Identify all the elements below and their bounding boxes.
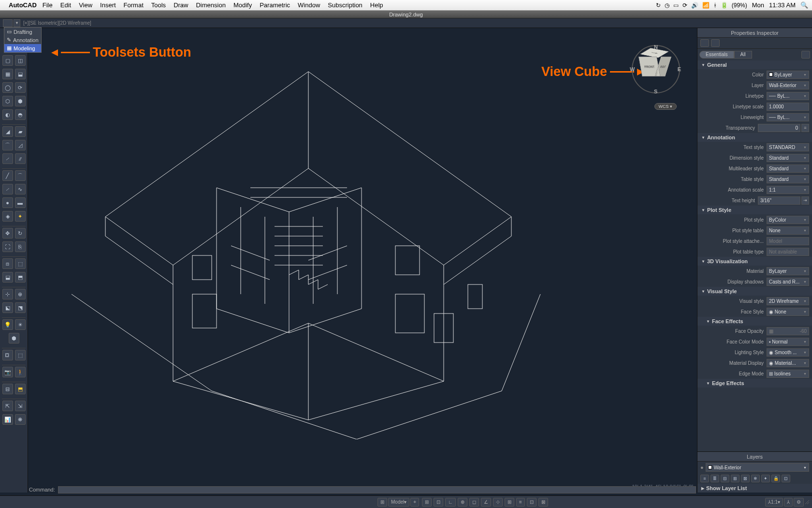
- section-face-effects[interactable]: ▼Face Effects: [697, 317, 812, 326]
- menu-window[interactable]: Window: [298, 1, 320, 9]
- spotlight-icon[interactable]: 🔍: [800, 1, 808, 9]
- lwt-icon[interactable]: ≡: [516, 498, 525, 507]
- value-material[interactable]: ByLayer▼: [767, 267, 809, 275]
- toolset-item-drafting[interactable]: ▭Drafting: [4, 28, 41, 36]
- view-cube[interactable]: N S E W TOP FRONT RIGHT: [629, 43, 682, 96]
- ucs-face-tool-icon[interactable]: ⬕: [2, 302, 13, 313]
- value-layer[interactable]: Wall-Exterior▼: [767, 81, 809, 90]
- viewproj-tool-icon[interactable]: ⬒: [15, 384, 26, 394]
- box-tool-icon[interactable]: ▢: [2, 55, 13, 66]
- value-plot-style[interactable]: ByColor▼: [767, 216, 809, 224]
- walk-tool-icon[interactable]: 🚶: [15, 367, 26, 377]
- value-visual-style[interactable]: 2D Wireframe▼: [767, 297, 809, 305]
- ducs-icon[interactable]: ⊹: [493, 498, 503, 507]
- subtract-tool-icon[interactable]: ⬢: [15, 96, 26, 106]
- menu-tools[interactable]: Tools: [151, 1, 166, 9]
- polar-icon[interactable]: ⊕: [458, 498, 467, 507]
- refresh-icon[interactable]: ⟳: [682, 2, 687, 9]
- drawing-canvas[interactable]: Toolsets Button View Cube N S E W TOP FR…: [28, 28, 697, 493]
- layer-tool-9-icon[interactable]: ⊡: [782, 475, 790, 482]
- menu-format[interactable]: Format: [124, 1, 144, 9]
- section-plane-tool-icon[interactable]: ⬚: [15, 258, 26, 269]
- menu-parametric[interactable]: Parametric: [260, 1, 290, 9]
- sweep-tool-icon[interactable]: ⟳: [15, 82, 26, 93]
- bluetooth-icon[interactable]: ᚼ: [713, 2, 717, 9]
- ortho-icon[interactable]: ∟: [445, 498, 456, 507]
- osnap-icon[interactable]: ◻: [469, 498, 479, 507]
- ucs-world-tool-icon[interactable]: ⊕: [15, 289, 26, 299]
- section-general[interactable]: ▼General: [697, 60, 812, 69]
- render-crop-tool-icon[interactable]: ⬚: [15, 350, 26, 360]
- presspull-tool-icon[interactable]: ⬓: [15, 69, 26, 79]
- toolset-item-modeling[interactable]: ▦Modeling: [4, 44, 41, 52]
- value-text-height[interactable]: 3/16": [758, 196, 800, 205]
- revolve-tool-icon[interactable]: ◐: [2, 109, 13, 120]
- value-lineweight[interactable]: ── ByL...▼: [767, 113, 809, 121]
- flatshot-tool-icon[interactable]: ⬓: [2, 272, 13, 283]
- viewbase-tool-icon[interactable]: ⊟: [2, 384, 13, 394]
- value-face-color-mode[interactable]: ▪ Normal▼: [767, 338, 809, 346]
- layer-visibility-icon[interactable]: ●: [700, 464, 704, 470]
- ucs-tool-icon[interactable]: ⊹: [2, 289, 13, 299]
- section-tool-icon[interactable]: ⧈: [2, 258, 13, 269]
- command-input[interactable]: [58, 486, 696, 493]
- mesh-tool-icon[interactable]: ✦: [15, 211, 26, 222]
- extrude-tool-icon[interactable]: ◫: [15, 55, 26, 66]
- section-visual-style[interactable]: ▼Visual Style: [697, 287, 812, 296]
- camera-tool-icon[interactable]: 📷: [2, 367, 13, 377]
- transparency-layers-icon[interactable]: ≡: [801, 124, 809, 132]
- layer-tool-2-icon[interactable]: ≣: [710, 475, 719, 482]
- slice-tool-icon[interactable]: ◢: [2, 126, 13, 137]
- value-display-shadows[interactable]: Casts and R...▼: [767, 278, 809, 286]
- polyline-tool-icon[interactable]: ⟋: [2, 184, 13, 194]
- menu-file[interactable]: File: [43, 1, 53, 9]
- chart-tool-icon[interactable]: 📊: [2, 414, 13, 425]
- region-tool-icon[interactable]: ▬: [15, 197, 26, 208]
- menu-edit[interactable]: Edit: [60, 1, 71, 9]
- fillet-edge-tool-icon[interactable]: ⌒: [2, 140, 13, 150]
- value-linetype-scale[interactable]: 1.0000: [767, 103, 809, 111]
- menu-draw[interactable]: Draw: [174, 1, 188, 9]
- text-height-extra-icon[interactable]: ⇥: [801, 196, 809, 205]
- section-3d-viz[interactable]: ▼3D Visualization: [697, 257, 812, 266]
- toolset-dropdown[interactable]: ▼: [14, 19, 20, 27]
- menu-subscription[interactable]: Subscription: [328, 1, 362, 9]
- thicken-tool-icon[interactable]: ▰: [15, 126, 26, 137]
- layer-tool-5-icon[interactable]: ⊠: [741, 475, 750, 482]
- sun-tool-icon[interactable]: ☀: [15, 319, 26, 330]
- rotate-tool-icon[interactable]: ↻: [15, 228, 26, 239]
- value-lighting-style[interactable]: ◉ Smooth ...▼: [767, 348, 809, 357]
- layer-tool-7-icon[interactable]: ✦: [761, 475, 770, 482]
- material-tool-icon[interactable]: ⬢: [9, 333, 19, 344]
- layout-grid-icon[interactable]: ⊞: [377, 498, 387, 507]
- section-annotation[interactable]: ▼Annotation: [697, 133, 812, 142]
- polysolid-tool-icon[interactable]: ▦: [2, 69, 13, 79]
- annotation-visibility-icon[interactable]: ⅄: [784, 498, 793, 507]
- 3dface-tool-icon[interactable]: ◈: [2, 211, 13, 222]
- value-multileader-style[interactable]: Standard▼: [767, 164, 809, 173]
- app-name[interactable]: AutoCAD: [9, 1, 37, 9]
- export-tool-icon[interactable]: ⇱: [2, 401, 13, 411]
- resize-grip-icon[interactable]: [804, 499, 810, 505]
- value-material-display[interactable]: ◉ Material...▼: [767, 359, 809, 367]
- layer-tool-1-icon[interactable]: ≡: [700, 475, 709, 482]
- volume-icon[interactable]: 🔊: [691, 2, 698, 9]
- solidedit-tool-icon[interactable]: ⬒: [15, 272, 26, 283]
- compass-w[interactable]: W: [630, 66, 635, 72]
- value-table-style[interactable]: Standard▼: [767, 175, 809, 183]
- pill-essentials[interactable]: Essentials: [699, 51, 734, 59]
- sc-icon[interactable]: ⊠: [538, 498, 548, 507]
- workspace-icon[interactable]: ⚙: [794, 498, 804, 507]
- compass-e[interactable]: E: [678, 66, 681, 72]
- dyn-icon[interactable]: ⊞: [505, 498, 514, 507]
- annotation-scale-status[interactable]: ⅄ 1:1 ▾: [765, 498, 783, 507]
- render-tool-icon[interactable]: ⛋: [2, 350, 13, 360]
- model-tab[interactable]: Model▾: [388, 498, 409, 507]
- toolset-button[interactable]: [3, 19, 13, 27]
- cylinder-tool-icon[interactable]: ◯: [2, 82, 13, 93]
- layer-tool-8-icon[interactable]: 🔒: [771, 475, 780, 482]
- taper-tool-icon[interactable]: ⟋: [2, 153, 13, 164]
- otrack-icon[interactable]: ∠: [481, 498, 491, 507]
- copy-tool-icon[interactable]: ⎘: [15, 241, 26, 252]
- compass-s[interactable]: S: [654, 89, 657, 94]
